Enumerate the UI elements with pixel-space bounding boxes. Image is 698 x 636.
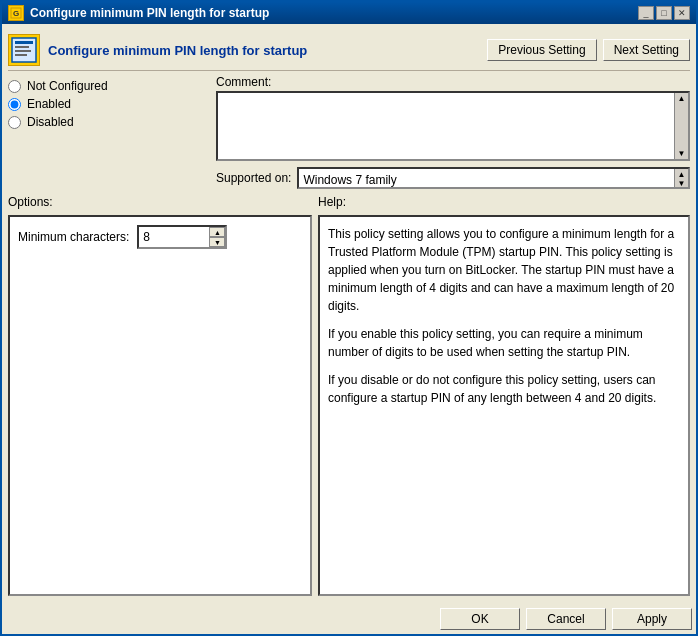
svg-rect-6: [15, 54, 27, 56]
comment-scrollbar[interactable]: ▲ ▼: [674, 93, 688, 159]
radio-not-configured: Not Configured: [8, 79, 208, 93]
header-buttons: Previous Setting Next Setting: [487, 39, 690, 61]
radio-enabled: Enabled: [8, 97, 208, 111]
comment-label: Comment:: [216, 75, 690, 89]
cancel-button[interactable]: Cancel: [526, 608, 606, 630]
right-col: Comment: ▲ ▼ Supported on: Windows 7 fam…: [216, 75, 690, 189]
ok-button[interactable]: OK: [440, 608, 520, 630]
left-col: Not Configured Enabled Disabled: [8, 75, 208, 189]
not-configured-label[interactable]: Not Configured: [27, 79, 108, 93]
title-controls: _ □ ✕: [638, 6, 690, 20]
radio-disabled: Disabled: [8, 115, 208, 129]
minimum-chars-input[interactable]: [139, 228, 209, 246]
previous-setting-button[interactable]: Previous Setting: [487, 39, 596, 61]
scroll-down-arrow[interactable]: ▼: [678, 149, 686, 158]
section-labels: Options: Help:: [8, 193, 690, 211]
title-bar: G Configure minimum PIN length for start…: [2, 2, 696, 24]
close-button[interactable]: ✕: [674, 6, 690, 20]
minimum-chars-label: Minimum characters:: [18, 230, 129, 244]
header-title: Configure minimum PIN length for startup: [48, 43, 307, 58]
supported-value-wrapper: Windows 7 family ▲ ▼: [297, 167, 690, 189]
spin-up-button[interactable]: ▲: [209, 227, 225, 237]
main-window: G Configure minimum PIN length for start…: [0, 0, 698, 636]
policy-icon: [8, 34, 40, 66]
radio-section: Not Configured Enabled Disabled: [8, 75, 208, 133]
header-left: Configure minimum PIN length for startup: [8, 34, 307, 66]
spinner-buttons: ▲ ▼: [209, 227, 225, 247]
header-section: Configure minimum PIN length for startup…: [8, 30, 690, 71]
maximize-button[interactable]: □: [656, 6, 672, 20]
svg-text:G: G: [13, 9, 19, 18]
next-setting-button[interactable]: Next Setting: [603, 39, 690, 61]
enabled-label[interactable]: Enabled: [27, 97, 71, 111]
content-area: Configure minimum PIN length for startup…: [2, 24, 696, 602]
comment-textarea-wrapper: ▲ ▼: [216, 91, 690, 161]
svg-rect-5: [15, 50, 31, 52]
svg-rect-4: [15, 46, 29, 48]
disabled-radio[interactable]: [8, 116, 21, 129]
spin-down-button[interactable]: ▼: [209, 237, 225, 247]
minimize-button[interactable]: _: [638, 6, 654, 20]
svg-rect-3: [15, 41, 33, 44]
comment-area: Comment: ▲ ▼: [216, 75, 690, 161]
supported-scroll-up[interactable]: ▲: [678, 170, 686, 179]
help-para-2: If you enable this policy setting, you c…: [328, 325, 680, 361]
help-panel: This policy setting allows you to config…: [318, 215, 690, 596]
apply-button[interactable]: Apply: [612, 608, 692, 630]
supported-value: Windows 7 family: [299, 169, 674, 187]
comment-textarea[interactable]: [218, 93, 674, 159]
scroll-up-arrow[interactable]: ▲: [678, 94, 686, 103]
minimum-chars-row: Minimum characters: ▲ ▼: [18, 225, 302, 249]
window-icon: G: [8, 5, 24, 21]
supported-scrollbar[interactable]: ▲ ▼: [674, 169, 688, 187]
supported-scroll-down[interactable]: ▼: [678, 179, 686, 188]
spinner-container: ▲ ▼: [137, 225, 227, 249]
supported-label: Supported on:: [216, 171, 291, 185]
footer: OK Cancel Apply: [2, 602, 696, 634]
top-area: Not Configured Enabled Disabled Comment:: [8, 75, 690, 189]
window-title: Configure minimum PIN length for startup: [30, 6, 269, 20]
enabled-radio[interactable]: [8, 98, 21, 111]
supported-row: Supported on: Windows 7 family ▲ ▼: [216, 167, 690, 189]
disabled-label[interactable]: Disabled: [27, 115, 74, 129]
help-section-label: Help:: [318, 193, 690, 211]
bottom-panels: Minimum characters: ▲ ▼ This policy sett…: [8, 215, 690, 596]
options-panel: Minimum characters: ▲ ▼: [8, 215, 312, 596]
help-para-3: If you disable or do not configure this …: [328, 371, 680, 407]
not-configured-radio[interactable]: [8, 80, 21, 93]
help-para-1: This policy setting allows you to config…: [328, 225, 680, 315]
options-section-label: Options:: [8, 193, 318, 211]
